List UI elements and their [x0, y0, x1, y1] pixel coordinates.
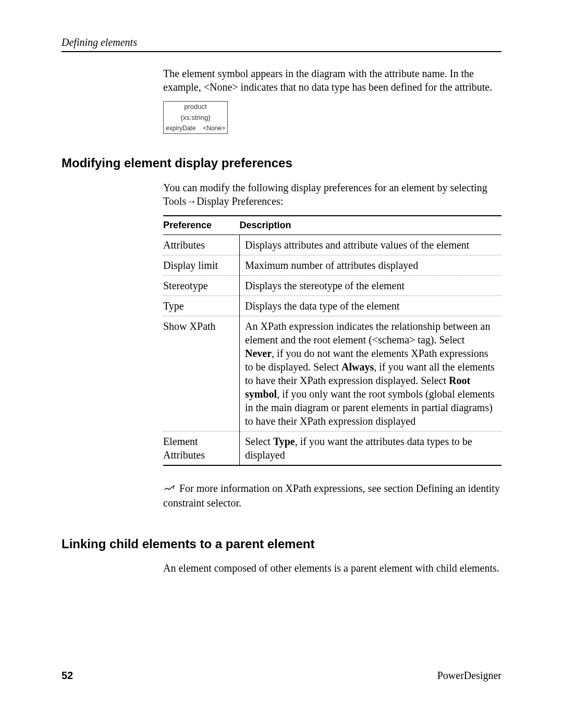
- desc-cell: Select Type, if you want the attributes …: [240, 431, 502, 465]
- page: Defining elements The element symbol app…: [0, 0, 563, 728]
- table-row: TypeDisplays the data type of the elemen…: [163, 295, 501, 316]
- diagram-attr-type: <None>: [203, 125, 225, 133]
- preferences-table: Preference Description AttributesDisplay…: [163, 215, 501, 466]
- running-header: Defining elements: [62, 35, 501, 52]
- pref-cell: Type: [163, 295, 240, 316]
- table-row: Element AttributesSelect Type, if you wa…: [163, 431, 501, 465]
- table-row: Display limitMaximum number of attribute…: [163, 255, 501, 275]
- desc-cell: Displays the stereotype of the element: [240, 275, 502, 295]
- pref-cell: Show XPath: [163, 316, 240, 431]
- desc-cell: An XPath expression indicates the relati…: [240, 316, 502, 431]
- section-heading-linking: Linking child elements to a parent eleme…: [62, 536, 501, 552]
- col-header-preference: Preference: [163, 216, 240, 235]
- pref-cell: Display limit: [163, 255, 240, 275]
- arrow-icon: →: [186, 195, 197, 207]
- table-header-row: Preference Description: [163, 216, 501, 235]
- pref-cell: Element Attributes: [163, 431, 240, 465]
- pref-cell: Stereotype: [163, 275, 240, 295]
- section-heading-modifying: Modifying element display preferences: [62, 155, 501, 171]
- element-symbol-diagram: product {xs:string} expiryDate <None>: [163, 101, 228, 134]
- table-row: Show XPathAn XPath expression indicates …: [163, 316, 501, 431]
- diagram-attr-name: expiryDate: [166, 125, 195, 133]
- table-row: StereotypeDisplays the stereotype of the…: [163, 275, 501, 295]
- product-name: PowerDesigner: [437, 669, 501, 682]
- section1-body: You can modify the following display pre…: [163, 181, 501, 510]
- desc-cell: Displays the data type of the element: [240, 295, 502, 316]
- desc-cell: Maximum number of attributes displayed: [240, 255, 502, 275]
- page-number: 52: [62, 669, 73, 682]
- desc-cell: Displays attributes and attribute values…: [240, 235, 502, 255]
- pref-cell: Attributes: [163, 235, 240, 255]
- note-text: For more information on XPath expression…: [163, 483, 500, 509]
- section1-intro-after: Display Preferences:: [197, 195, 283, 207]
- section2-body: An element composed of other elements is…: [163, 561, 501, 575]
- diagram-attr-row: expiryDate <None>: [164, 124, 227, 134]
- intro-block: The element symbol appears in the diagra…: [163, 67, 501, 134]
- xpath-note: For more information on XPath expression…: [163, 482, 501, 510]
- diagram-subtitle: {xs:string}: [164, 113, 227, 124]
- note-icon: [163, 483, 177, 496]
- col-header-description: Description: [240, 216, 502, 235]
- section2-paragraph: An element composed of other elements is…: [163, 561, 501, 575]
- page-footer: 52 PowerDesigner: [62, 669, 501, 682]
- section1-intro-paragraph: You can modify the following display pre…: [163, 181, 501, 208]
- intro-paragraph: The element symbol appears in the diagra…: [163, 67, 501, 94]
- diagram-title: product: [164, 102, 227, 113]
- table-row: AttributesDisplays attributes and attrib…: [163, 235, 501, 255]
